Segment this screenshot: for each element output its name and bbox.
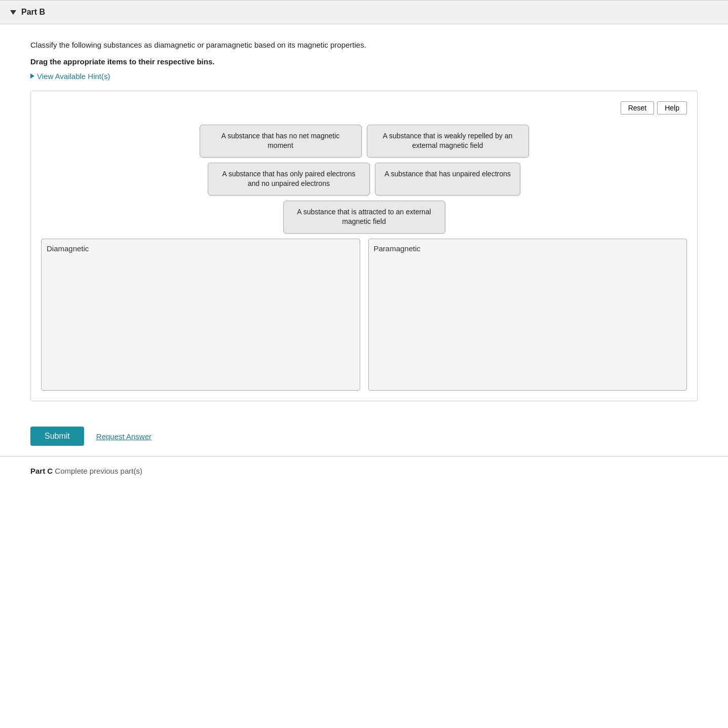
part-b-title: Part B — [21, 8, 45, 17]
drag-item-4[interactable]: A substance that has unpaired electrons — [375, 163, 520, 196]
drag-item-5[interactable]: A substance that is attracted to an exte… — [283, 201, 445, 234]
hint-chevron-icon — [30, 73, 34, 79]
submit-button[interactable]: Submit — [30, 427, 84, 446]
bins-container: Diamagnetic Paramagnetic — [41, 239, 687, 391]
drag-item-1[interactable]: A substance that has no net magnetic mom… — [200, 125, 362, 158]
drag-item-2[interactable]: A substance that is weakly repelled by a… — [367, 125, 529, 158]
part-c-text: Complete previous part(s) — [55, 467, 142, 475]
reset-button[interactable]: Reset — [621, 101, 655, 114]
chevron-down-icon[interactable] — [10, 10, 16, 15]
instructions-text: Classify the following substances as dia… — [30, 40, 698, 51]
part-c-footer: Part C Complete previous part(s) — [0, 456, 728, 485]
help-button[interactable]: Help — [657, 101, 687, 114]
bin-paramagnetic-label: Paramagnetic — [374, 244, 682, 253]
bin-diamagnetic-label: Diamagnetic — [47, 244, 355, 253]
hint-link[interactable]: View Available Hint(s) — [30, 72, 698, 81]
submit-row: Submit Request Answer — [0, 416, 728, 456]
drag-items-row2: A substance that has only paired electro… — [41, 163, 687, 196]
bin-diamagnetic[interactable]: Diamagnetic — [41, 239, 360, 391]
hint-label: View Available Hint(s) — [37, 72, 110, 81]
part-b-header: Part B — [0, 0, 728, 24]
drag-drop-container: Reset Help A substance that has no net m… — [30, 91, 698, 402]
top-buttons: Reset Help — [41, 101, 687, 114]
drag-items-row1: A substance that has no net magnetic mom… — [41, 125, 687, 158]
drag-item-3[interactable]: A substance that has only paired electro… — [208, 163, 370, 196]
request-answer-link[interactable]: Request Answer — [96, 432, 151, 441]
bin-paramagnetic[interactable]: Paramagnetic — [368, 239, 687, 391]
drag-instruction-text: Drag the appropriate items to their resp… — [30, 57, 698, 66]
drag-items-row3: A substance that is attracted to an exte… — [41, 201, 687, 234]
part-b-body: Classify the following substances as dia… — [0, 24, 728, 416]
part-c-label: Part C — [30, 467, 53, 475]
